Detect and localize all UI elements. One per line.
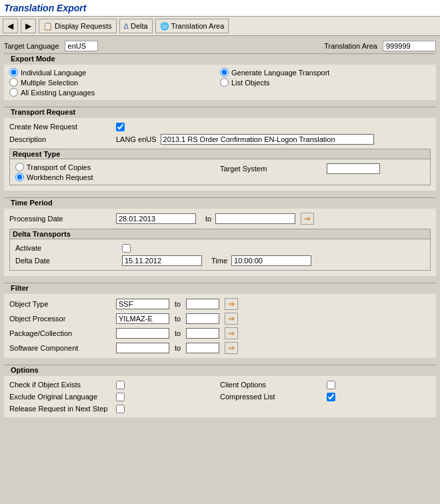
- generate-transport-label: Generate Language Transport: [231, 69, 329, 77]
- exclude-original-row: Exclude Original Language: [9, 391, 220, 403]
- create-new-request-checkbox[interactable]: [116, 123, 125, 131]
- description-prefix: LANG enUS: [116, 135, 157, 143]
- time-period-section: Time Period Processing Date to ⇒ Delta T…: [4, 197, 436, 276]
- release-request-checkbox[interactable]: [116, 405, 125, 413]
- package-collection-label: Package/Collection: [9, 329, 116, 337]
- display-requests-icon: 📋: [43, 22, 53, 31]
- compressed-list-checkbox[interactable]: [327, 393, 335, 401]
- delta-icon: Δ: [124, 22, 129, 30]
- target-system-row: Target System: [220, 162, 425, 175]
- compressed-list-row: Compressed List: [220, 391, 431, 403]
- workbench-radio[interactable]: [15, 173, 24, 181]
- time-period-title: Time Period: [4, 197, 436, 209]
- transport-copies-row: Transport of Copies: [15, 162, 220, 172]
- generate-transport-row: Generate Language Transport: [220, 67, 431, 77]
- date-arrow-button[interactable]: ⇒: [301, 213, 314, 225]
- create-new-request-label: Create New Request: [9, 123, 116, 131]
- options-section: Options Check if Object Exists Exclude O…: [4, 365, 436, 417]
- exclude-original-checkbox[interactable]: [116, 393, 125, 401]
- generate-transport-radio[interactable]: [220, 68, 229, 77]
- object-processor-label: Object Processor: [9, 315, 116, 323]
- all-languages-row: All Existing Languages: [9, 87, 220, 97]
- release-request-label: Release Request in Next Step: [9, 405, 116, 413]
- software-arrow-button[interactable]: ⇒: [225, 342, 238, 354]
- check-object-exists-label: Check if Object Exists: [9, 381, 116, 389]
- individual-language-radio[interactable]: [9, 68, 18, 77]
- back-button[interactable]: ◀: [3, 19, 18, 33]
- description-row: Description LANG enUS: [9, 133, 431, 146]
- display-requests-button[interactable]: 📋 Display Requests: [39, 19, 117, 33]
- options-body: Check if Object Exists Exclude Original …: [4, 376, 436, 417]
- package-to-input[interactable]: [186, 328, 219, 339]
- object-type-row: Object Type to ⇒: [9, 297, 431, 311]
- export-mode-cols: Individual Language Multiple Selection A…: [9, 67, 431, 97]
- software-component-label: Software Component: [9, 344, 116, 352]
- list-objects-row: List Objects: [220, 77, 431, 87]
- target-system-input[interactable]: [327, 163, 380, 174]
- package-arrow-button[interactable]: ⇒: [225, 327, 238, 339]
- software-component-row: Software Component to ⇒: [9, 341, 431, 355]
- processing-date-input[interactable]: [116, 213, 196, 224]
- options-right: Client Options Compressed List: [220, 379, 431, 403]
- multiple-selection-row: Multiple Selection: [9, 77, 220, 87]
- check-object-exists-row: Check if Object Exists: [9, 379, 220, 391]
- package-collection-input[interactable]: [116, 328, 169, 339]
- request-type-body: Transport of Copies Workbench Request Ta…: [10, 159, 430, 185]
- description-input[interactable]: [161, 134, 374, 145]
- workbench-row: Workbench Request: [15, 172, 220, 182]
- object-processor-input[interactable]: [116, 313, 169, 324]
- translation-area-button[interactable]: 🌐 Translation Area: [155, 19, 229, 33]
- page-title: Translation Export: [4, 3, 436, 13]
- request-type-right: Target System: [220, 162, 425, 175]
- translation-area-icon: 🌐: [160, 22, 169, 31]
- delta-date-input[interactable]: [122, 255, 202, 266]
- all-languages-radio[interactable]: [9, 88, 18, 97]
- options-title: Options: [4, 365, 436, 376]
- client-options-row: Client Options: [220, 379, 431, 391]
- toolbar: ◀ ▶ 📋 Display Requests Δ Delta 🌐 Transla…: [0, 17, 440, 36]
- activate-label: Activate: [15, 244, 122, 252]
- delta-transports-title: Delta Transports: [10, 229, 430, 239]
- forward-button[interactable]: ▶: [21, 19, 36, 33]
- object-type-arrow-button[interactable]: ⇒: [225, 298, 238, 310]
- individual-language-row: Individual Language: [9, 67, 220, 77]
- object-type-to-input[interactable]: [186, 299, 219, 309]
- time-period-body: Processing Date to ⇒ Delta Transports Ac…: [4, 209, 436, 276]
- export-mode-right: Generate Language Transport List Objects: [220, 67, 431, 87]
- time-input[interactable]: [231, 255, 311, 266]
- software-to-input[interactable]: [186, 343, 219, 353]
- object-processor-row: Object Processor to ⇒: [9, 311, 431, 326]
- activate-checkbox[interactable]: [122, 244, 131, 253]
- delta-transports-subsection: Delta Transports Activate Delta Date Tim…: [9, 229, 431, 271]
- transport-copies-radio[interactable]: [15, 163, 24, 171]
- filter-section: Filter Object Type to ⇒ Object Processor…: [4, 283, 436, 358]
- package-to-label: to: [175, 329, 181, 337]
- software-to-label: to: [175, 344, 181, 352]
- arrow-right-icon-2: ⇒: [228, 314, 235, 323]
- options-left: Check if Object Exists Exclude Original …: [9, 379, 220, 415]
- object-type-to-label: to: [175, 300, 181, 308]
- check-object-exists-checkbox[interactable]: [116, 381, 125, 389]
- software-component-input[interactable]: [116, 343, 169, 353]
- delta-button[interactable]: Δ Delta: [119, 19, 153, 33]
- translation-area-value: 999999: [383, 41, 436, 51]
- transport-request-title: Transport Request: [4, 107, 436, 118]
- multiple-selection-radio[interactable]: [9, 78, 18, 87]
- all-languages-label: All Existing Languages: [21, 89, 95, 97]
- object-processor-arrow-button[interactable]: ⇒: [225, 313, 238, 325]
- export-mode-body: Individual Language Multiple Selection A…: [4, 65, 436, 100]
- object-processor-to-input[interactable]: [186, 313, 219, 324]
- forward-icon: ▶: [25, 21, 31, 31]
- object-type-input[interactable]: [116, 299, 169, 309]
- request-type-title: Request Type: [10, 149, 430, 159]
- export-mode-left: Individual Language Multiple Selection A…: [9, 67, 220, 97]
- list-objects-radio[interactable]: [220, 78, 229, 87]
- arrow-right-icon-1: ⇒: [228, 299, 235, 309]
- to-date-input[interactable]: [215, 213, 295, 224]
- client-options-checkbox[interactable]: [327, 381, 335, 389]
- transport-request-body: Create New Request Description LANG enUS…: [4, 118, 436, 191]
- delta-transports-body: Activate Delta Date Time: [10, 239, 430, 270]
- main-content: Target Language enUS Translation Area 99…: [0, 36, 440, 423]
- target-language-label: Target Language: [4, 42, 59, 50]
- target-language-value: enUS: [65, 41, 98, 51]
